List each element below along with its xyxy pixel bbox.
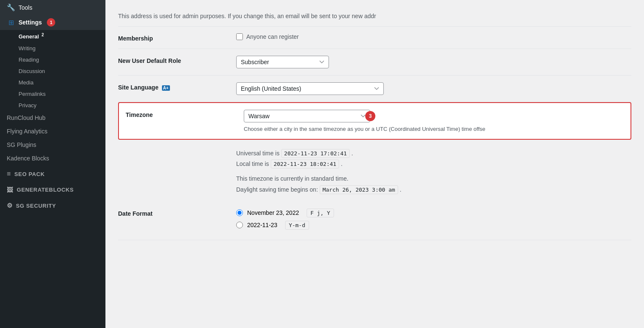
timezone-box: Timezone Warsaw 3 Choose either a city i… — [118, 102, 631, 140]
time-info-content: Universal time is 2022-11-23 17:02:41 . … — [236, 145, 631, 195]
date-format-label: Date Format — [118, 209, 228, 217]
settings-icon: ⊞ — [7, 19, 15, 27]
language-translate-icon: A+ — [162, 85, 170, 91]
sidebar-item-settings-label: Settings — [19, 19, 42, 26]
dst-line: Daylight saving time begins on: March 26… — [236, 184, 631, 195]
date-format-code2: Y-m-d — [285, 221, 309, 230]
membership-row: Membership Anyone can register — [118, 27, 631, 49]
universal-time-line: Universal time is 2022-11-23 17:02:41 . — [236, 148, 631, 159]
user-role-label: New User Default Role — [118, 56, 228, 64]
date-format-option2: 2022-11-23 Y-m-d — [236, 221, 631, 230]
sidebar-sub-privacy-label: Privacy — [19, 102, 37, 108]
membership-label: Membership — [118, 33, 228, 42]
sidebar-sub-general-label: General — [19, 33, 39, 40]
date-format-code1: F j, Y — [307, 209, 334, 217]
sidebar-item-settings[interactable]: ⊞ Settings 1 — [0, 15, 105, 30]
sidebar-item-tools-label: Tools — [19, 4, 32, 11]
sidebar-sub-discussion-label: Discussion — [19, 68, 45, 74]
sidebar-item-sg-plugins[interactable]: SG Plugins — [0, 138, 105, 152]
sidebar-item-kadence[interactable]: Kadence Blocks — [0, 152, 105, 165]
settings-badge: 1 — [47, 18, 55, 27]
sidebar: 🔧 Tools ⊞ Settings 1 General 2 Writing R… — [0, 0, 105, 328]
sidebar-generateblocks[interactable]: 🖼 GenerateBlocks — [0, 181, 105, 197]
local-time-period: . — [341, 160, 342, 167]
general-badge: 2 — [41, 33, 49, 40]
user-role-select[interactable]: Subscriber — [236, 56, 329, 68]
sidebar-sub-writing-label: Writing — [19, 45, 35, 52]
site-language-select[interactable]: English (United States) — [236, 82, 384, 95]
universal-time-value: 2022-11-23 17:02:41 — [281, 149, 350, 158]
generateblocks-label: GenerateBlocks — [17, 187, 74, 193]
timezone-inner-row: Timezone Warsaw 3 Choose either a city i… — [126, 110, 624, 132]
anyone-can-register-checkbox[interactable] — [236, 33, 243, 40]
sidebar-sub-reading[interactable]: Reading — [0, 54, 105, 65]
time-info: Universal time is 2022-11-23 17:02:41 . … — [236, 148, 631, 169]
sidebar-sg-security[interactable]: ⚙ SG Security — [0, 197, 105, 213]
timezone-hint: Choose either a city in the same timezon… — [244, 126, 624, 132]
seo-pack-icon: ≡ — [7, 170, 11, 178]
sg-security-label: SG Security — [16, 203, 56, 209]
date-format-radio1[interactable] — [236, 209, 243, 216]
seo-pack-label: SEO PACK — [14, 171, 45, 177]
timezone-badge: 3 — [365, 111, 375, 121]
time-info-row: Universal time is 2022-11-23 17:02:41 . … — [118, 140, 631, 202]
sidebar-sub-permalinks-label: Permalinks — [19, 91, 46, 97]
sidebar-item-runcloud[interactable]: RunCloud Hub — [0, 111, 105, 125]
sidebar-item-sg-plugins-label: SG Plugins — [7, 141, 36, 148]
sidebar-item-runcloud-label: RunCloud Hub — [7, 114, 46, 121]
sidebar-sub-permalinks[interactable]: Permalinks — [0, 88, 105, 100]
date-format-row: Date Format November 23, 2022 F j, Y 202… — [118, 202, 631, 240]
sidebar-sub-privacy[interactable]: Privacy — [0, 100, 105, 111]
local-time-line: Local time is 2022-11-23 18:02:41 . — [236, 159, 631, 169]
sidebar-item-tools[interactable]: 🔧 Tools — [0, 0, 105, 15]
universal-time-period: . — [351, 150, 353, 157]
dst-period: . — [400, 186, 401, 193]
date-format-control: November 23, 2022 F j, Y 2022-11-23 Y-m-… — [236, 209, 631, 233]
sidebar-sub-discussion[interactable]: Discussion — [0, 65, 105, 77]
standard-time-note: This timezone is currently in standard t… — [236, 173, 631, 184]
site-language-label: Site Language A+ — [118, 82, 228, 91]
local-time-value: 2022-11-23 18:02:41 — [271, 160, 340, 168]
date-format-option1: November 23, 2022 F j, Y — [236, 209, 631, 217]
timezone-select[interactable]: Warsaw — [244, 110, 370, 122]
dst-label: Daylight saving time begins on: — [236, 186, 318, 193]
timezone-select-wrapper: Warsaw 3 — [244, 110, 370, 122]
date-format-value2: 2022-11-23 — [247, 222, 278, 228]
sidebar-sub-media[interactable]: Media — [0, 77, 105, 88]
generateblocks-icon: 🖼 — [7, 186, 13, 193]
date-format-value1: November 23, 2022 — [247, 209, 299, 216]
timezone-notes: This timezone is currently in standard t… — [236, 173, 631, 195]
site-language-control: English (United States) — [236, 82, 631, 95]
sidebar-item-flying-analytics[interactable]: Flying Analytics — [0, 125, 105, 138]
dst-value: March 26, 2023 3:00 am — [320, 185, 398, 194]
universal-time-label: Universal time is — [236, 150, 280, 157]
sidebar-seo-pack[interactable]: ≡ SEO PACK — [0, 165, 105, 181]
membership-checkbox-label[interactable]: Anyone can register — [236, 33, 631, 40]
main-content: This address is used for admin purposes.… — [105, 0, 644, 328]
sidebar-item-kadence-label: Kadence Blocks — [7, 155, 49, 162]
top-note: This address is used for admin purposes.… — [118, 8, 631, 27]
time-info-spacer — [118, 145, 228, 146]
user-role-row: New User Default Role Subscriber — [118, 49, 631, 76]
membership-control: Anyone can register — [236, 33, 631, 40]
date-format-radio2[interactable] — [236, 222, 243, 228]
sidebar-sub-writing[interactable]: Writing — [0, 43, 105, 54]
membership-checkbox-text: Anyone can register — [246, 33, 299, 40]
sg-security-icon: ⚙ — [7, 202, 13, 209]
timezone-label: Timezone — [126, 110, 235, 118]
sidebar-sub-reading-label: Reading — [19, 57, 39, 63]
user-role-control: Subscriber — [236, 56, 631, 68]
tools-icon: 🔧 — [7, 3, 15, 11]
site-language-row: Site Language A+ English (United States) — [118, 76, 631, 102]
timezone-control: Warsaw 3 Choose either a city in the sam… — [244, 110, 624, 132]
sidebar-item-flying-analytics-label: Flying Analytics — [7, 128, 47, 135]
sidebar-sub-general[interactable]: General 2 — [0, 30, 105, 43]
local-time-label: Local time is — [236, 160, 269, 167]
sidebar-sub-media-label: Media — [19, 79, 33, 86]
